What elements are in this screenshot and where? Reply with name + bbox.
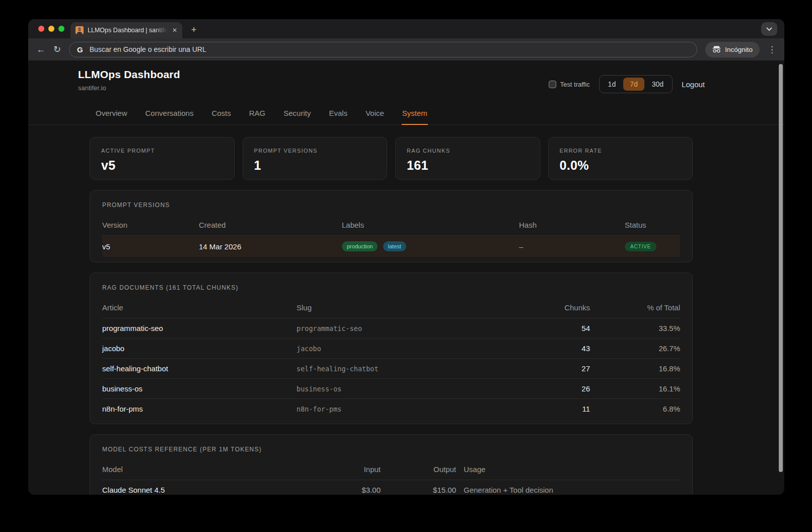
tab-strip: LLMOps Dashboard | santifer. ✕ + bbox=[28, 19, 784, 38]
test-traffic-toggle[interactable]: Test traffic bbox=[549, 81, 590, 88]
test-traffic-label: Test traffic bbox=[560, 81, 590, 88]
production-badge: production bbox=[342, 241, 378, 251]
prompt-versions-title: PROMPT VERSIONS bbox=[102, 202, 680, 209]
title-block: LLMOps Dashboard santifer.io bbox=[78, 69, 180, 92]
close-window-button[interactable] bbox=[38, 26, 44, 32]
prompt-versions-table: Version Created Labels Hash Status v5 14… bbox=[102, 215, 680, 257]
labels-cell: production latest bbox=[342, 236, 519, 257]
col-header-version: Version bbox=[102, 215, 199, 236]
slug-cell: jacobo bbox=[297, 339, 469, 359]
stat-card-rag-chunks: RAG CHUNKS 161 bbox=[395, 137, 540, 180]
url-placeholder: Buscar en Google o escribir una URL bbox=[90, 45, 206, 53]
col-header-created: Created bbox=[199, 215, 342, 236]
status-cell: ACTIVE bbox=[625, 236, 680, 257]
test-traffic-checkbox[interactable] bbox=[549, 81, 556, 88]
table-row: jacobo jacobo 43 26.7% bbox=[102, 339, 680, 359]
version-cell: v5 bbox=[102, 236, 199, 257]
maximize-window-button[interactable] bbox=[58, 26, 64, 32]
output-cell: $15.00 bbox=[381, 480, 456, 495]
col-header-usage: Usage bbox=[456, 459, 680, 480]
stat-value: 0.0% bbox=[560, 158, 682, 173]
col-header-input: Input bbox=[304, 459, 381, 480]
range-7d-button[interactable]: 7d bbox=[623, 78, 644, 91]
col-header-labels: Labels bbox=[342, 215, 519, 236]
slug-cell: self-healing-chatbot bbox=[297, 359, 469, 379]
article-cell: jacobo bbox=[102, 339, 297, 359]
model-costs-table: Model Input Output Usage Claude Sonnet 4… bbox=[102, 459, 680, 495]
table-row: self-healing-chatbot self-healing-chatbo… bbox=[102, 359, 680, 379]
back-icon[interactable]: ← bbox=[36, 45, 45, 54]
page-subtitle: santifer.io bbox=[78, 84, 180, 92]
tab-search-chevron-button[interactable] bbox=[761, 22, 777, 36]
tab-conversations[interactable]: Conversations bbox=[145, 103, 194, 124]
new-tab-button[interactable]: + bbox=[187, 23, 200, 36]
minimize-window-button[interactable] bbox=[48, 26, 54, 32]
model-costs-title: MODEL COSTS REFERENCE (PER 1M TOKENS) bbox=[102, 446, 680, 453]
tab-voice[interactable]: Voice bbox=[365, 103, 385, 124]
stat-card-error-rate: ERROR RATE 0.0% bbox=[548, 137, 693, 180]
col-header-pct: % of Total bbox=[590, 297, 680, 318]
range-30d-button[interactable]: 30d bbox=[645, 78, 670, 91]
range-1d-button[interactable]: 1d bbox=[602, 78, 623, 91]
slug-cell: n8n-for-pms bbox=[297, 399, 469, 419]
chunks-cell: 26 bbox=[469, 379, 590, 399]
usage-cell: Generation + Tool decision bbox=[456, 480, 680, 495]
pct-cell: 33.5% bbox=[590, 318, 680, 339]
range-segmented-control: 1d 7d 30d bbox=[599, 75, 673, 93]
incognito-label: Incógnito bbox=[725, 46, 753, 53]
hash-cell: – bbox=[519, 236, 625, 257]
status-badge: ACTIVE bbox=[625, 242, 656, 251]
pct-cell: 16.8% bbox=[590, 359, 680, 379]
tab-costs[interactable]: Costs bbox=[211, 103, 231, 124]
favicon-icon bbox=[76, 26, 84, 34]
stat-label: RAG CHUNKS bbox=[407, 148, 529, 154]
stat-value: 161 bbox=[407, 158, 529, 173]
incognito-badge: Incógnito bbox=[705, 42, 760, 57]
chunks-cell: 43 bbox=[469, 339, 590, 359]
tab-evals[interactable]: Evals bbox=[328, 103, 348, 124]
tab-title: LLMOps Dashboard | santifer. bbox=[88, 27, 167, 34]
tab-close-icon[interactable]: ✕ bbox=[171, 26, 178, 34]
table-row: programmatic-seo programmatic-seo 54 33.… bbox=[102, 318, 680, 339]
table-row: n8n-for-pms n8n-for-pms 11 6.8% bbox=[102, 399, 680, 419]
browser-toolbar: ← ↻ G Buscar en Google o escribir una UR… bbox=[28, 38, 784, 60]
header-controls: Test traffic 1d 7d 30d Logout bbox=[549, 75, 705, 93]
url-bar[interactable]: G Buscar en Google o escribir una URL bbox=[69, 42, 697, 57]
chunks-cell: 11 bbox=[469, 399, 590, 419]
tab-overview[interactable]: Overview bbox=[95, 103, 128, 124]
article-cell: n8n-for-pms bbox=[102, 399, 297, 419]
tab-system[interactable]: System bbox=[402, 103, 428, 125]
rag-documents-table: Article Slug Chunks % of Total programma… bbox=[102, 297, 680, 419]
browser-menu-icon[interactable]: ⋮ bbox=[768, 44, 776, 55]
rag-documents-card: RAG DOCUMENTS (161 TOTAL CHUNKS) Article… bbox=[90, 273, 693, 424]
pct-cell: 16.1% bbox=[590, 379, 680, 399]
stat-label: ERROR RATE bbox=[560, 148, 682, 154]
pct-cell: 26.7% bbox=[590, 339, 680, 359]
stat-label: ACTIVE PROMPT bbox=[101, 148, 223, 154]
tab-security[interactable]: Security bbox=[283, 103, 311, 124]
incognito-icon bbox=[712, 46, 721, 53]
col-header-output: Output bbox=[381, 459, 456, 480]
stat-card-active-prompt: ACTIVE PROMPT v5 bbox=[90, 137, 235, 180]
model-cell: Claude Sonnet 4.5 bbox=[102, 480, 304, 495]
pct-cell: 6.8% bbox=[590, 399, 680, 419]
stat-label: PROMPT VERSIONS bbox=[254, 148, 376, 154]
page-content: LLMOps Dashboard santifer.io Test traffi… bbox=[28, 60, 784, 495]
model-costs-card: MODEL COSTS REFERENCE (PER 1M TOKENS) Mo… bbox=[90, 434, 693, 495]
tab-rag[interactable]: RAG bbox=[249, 103, 266, 124]
page-scrollbar[interactable] bbox=[779, 64, 783, 472]
stat-value: 1 bbox=[254, 158, 376, 173]
table-row: business-os business-os 26 16.1% bbox=[102, 379, 680, 399]
reload-icon[interactable]: ↻ bbox=[53, 45, 61, 54]
article-cell: programmatic-seo bbox=[102, 318, 297, 339]
col-header-slug: Slug bbox=[297, 297, 469, 318]
logout-button[interactable]: Logout bbox=[682, 80, 705, 89]
article-cell: business-os bbox=[102, 379, 297, 399]
col-header-article: Article bbox=[102, 297, 297, 318]
dashboard-main: ACTIVE PROMPT v5 PROMPT VERSIONS 1 RAG C… bbox=[90, 137, 693, 495]
chunks-cell: 54 bbox=[469, 318, 590, 339]
created-cell: 14 Mar 2026 bbox=[199, 236, 342, 257]
browser-tab[interactable]: LLMOps Dashboard | santifer. ✕ bbox=[70, 22, 182, 38]
col-header-status: Status bbox=[625, 215, 680, 236]
dashboard-header: LLMOps Dashboard santifer.io Test traffi… bbox=[28, 60, 784, 93]
